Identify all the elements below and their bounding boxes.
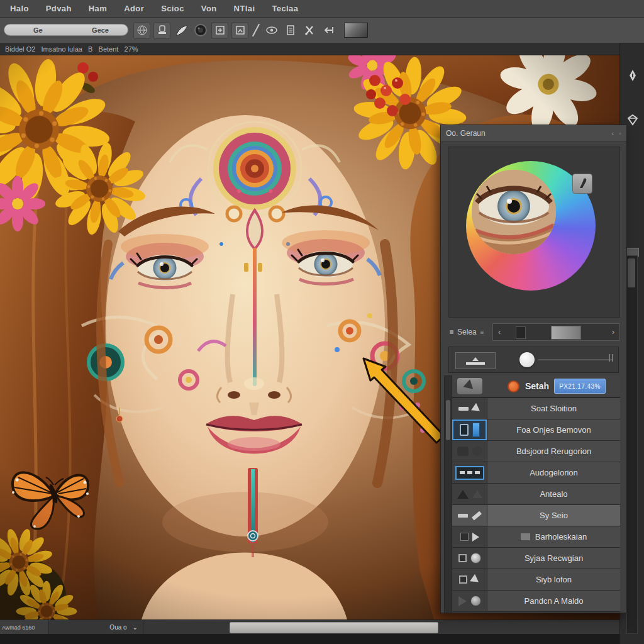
globe-icon[interactable]	[133, 22, 150, 39]
mountain-icon	[472, 490, 482, 498]
pen-icon	[471, 511, 481, 520]
menu-item-3[interactable]: Ador	[124, 4, 144, 13]
row-icon-cell	[452, 398, 487, 419]
menu-item-6[interactable]: NTlai	[234, 4, 255, 13]
row-icon-cell	[452, 441, 487, 462]
wheel-tool-icon[interactable]	[572, 174, 592, 194]
divider-slash	[252, 24, 260, 36]
dash-icon	[458, 407, 469, 411]
blob-icon	[457, 447, 469, 456]
color-wheel-preview	[472, 170, 556, 254]
status-left-text: Awmad 6160	[0, 620, 49, 635]
app-window: Halo Pdvah Ham Ador Scioc Von NTlai Tecl…	[0, 0, 644, 644]
list-item[interactable]: Pandcn A Maldo	[452, 591, 620, 612]
slider-ticks	[609, 354, 613, 362]
row-icon-cell	[452, 569, 487, 590]
tool-preset-field[interactable]: Ge Gece	[4, 24, 128, 36]
list-header-label: Setah	[525, 381, 549, 391]
tool-list: Setah PX21.17.43% Soat Sloition Foa Onje…	[441, 375, 628, 614]
cut-icon[interactable]	[301, 23, 317, 38]
document-icon[interactable]	[282, 23, 298, 38]
outlined-box-icon	[455, 466, 484, 480]
menu-item-4[interactable]: Scioc	[161, 4, 184, 13]
scrub-left-arrow[interactable]: ‹	[498, 327, 501, 336]
list-scrollbar-thumb[interactable]	[446, 400, 450, 440]
list-item[interactable]: Antealo	[452, 484, 620, 505]
status-progress-strip	[230, 622, 438, 633]
list-item[interactable]: Foa Onjes Bemovon	[452, 419, 620, 441]
panel-a-icon[interactable]	[211, 22, 228, 39]
list-scrollbar[interactable]	[444, 375, 452, 613]
list-header-thumb-icon[interactable]	[457, 378, 482, 394]
panel-title: Oo. Geraun	[446, 129, 486, 138]
eye-icon[interactable]	[264, 23, 279, 38]
zoom-control[interactable]: Oua o ⌄	[49, 620, 143, 635]
row-icon-cell	[452, 462, 487, 483]
row-icon-cell-selected	[452, 419, 487, 440]
scrub-light-thumb[interactable]	[551, 326, 581, 340]
list-item-highlighted[interactable]: Sy Seio	[452, 505, 620, 526]
stepper-bar	[466, 362, 485, 365]
pen-icon[interactable]	[625, 68, 640, 83]
chevron-left-icon[interactable]: ‹	[611, 130, 614, 137]
blue-bar-icon	[472, 423, 480, 437]
list-header: Setah PX21.17.43%	[452, 375, 620, 398]
menu-item-0[interactable]: Halo	[10, 4, 29, 13]
menu-item-7[interactable]: Teclaa	[272, 4, 298, 13]
arrow-bar-icon[interactable]	[320, 23, 336, 38]
slider-stepper[interactable]	[455, 352, 496, 369]
slider-track[interactable]	[538, 359, 613, 360]
list-header-badge[interactable]: PX21.17.43%	[554, 379, 606, 394]
list-item[interactable]: Syjaa Recwgian	[452, 548, 620, 569]
color-panel: Oo. Geraun ‹ ◦	[440, 125, 627, 613]
menu-item-2[interactable]: Ham	[89, 4, 107, 13]
tool-options-bar: Ge Gece	[0, 18, 644, 43]
list-item[interactable]: Siyb lofon	[452, 569, 620, 591]
menu-bar: Halo Pdvah Ham Ador Scioc Von NTlai Tecl…	[0, 0, 644, 18]
row-icon-cell	[452, 505, 487, 526]
ball-icon	[470, 596, 481, 606]
dock-scrollbar-thumb[interactable]	[628, 258, 635, 287]
triangle-icon	[458, 596, 467, 606]
brush-icon[interactable]	[174, 23, 189, 38]
bottom-edge	[0, 634, 619, 644]
scrub-control[interactable]: ‹ ›	[492, 323, 620, 341]
zoom-label: Oua o	[109, 624, 126, 631]
orange-dot-icon	[508, 380, 519, 392]
panel-b-icon[interactable]	[231, 22, 248, 39]
gem-icon[interactable]	[625, 112, 640, 127]
play-icon	[472, 533, 479, 541]
slider-knob[interactable]	[519, 352, 535, 367]
dock-scrollbar[interactable]	[626, 255, 638, 634]
toolbar-icons	[133, 22, 368, 38]
lens-icon[interactable]	[192, 23, 208, 38]
row-icon-cell	[452, 591, 487, 611]
mountain-icon	[457, 490, 469, 499]
panel-header[interactable]: Oo. Geraun ‹ ◦	[441, 125, 626, 142]
row-icon-cell	[452, 484, 487, 504]
square-icon	[460, 533, 469, 541]
menu-item-5[interactable]: Von	[201, 4, 217, 13]
list-item[interactable]: Barholeskaian	[452, 526, 620, 548]
scrub-dark-thumb[interactable]	[516, 326, 526, 339]
menu-item-1[interactable]: Pdvah	[46, 4, 72, 13]
slider-row	[448, 347, 619, 373]
object-icon	[460, 424, 469, 436]
field-text-right: Gece	[92, 26, 109, 34]
row-icon-cell	[452, 548, 487, 569]
gradient-swatch[interactable]	[344, 23, 368, 38]
cursor-icon	[470, 574, 481, 585]
list-item[interactable]: Soat Sloition	[452, 398, 620, 419]
document-tab[interactable]: Biddel O2 Imsatno lulaa B Betent 27%	[5, 45, 138, 53]
scrub-row: Selea ≡ ‹ ›	[441, 321, 628, 343]
sphere-icon	[470, 553, 481, 564]
row-icon-cell	[452, 526, 487, 547]
list-item[interactable]: Bdsjoord Rerugorion	[452, 441, 620, 462]
color-wheel-box	[448, 147, 620, 318]
stamp-icon[interactable]	[153, 22, 170, 39]
menu-lines-icon: ≡	[480, 329, 484, 336]
list-item[interactable]: Audogelorion	[452, 462, 620, 484]
scrub-right-arrow[interactable]: ›	[612, 327, 614, 336]
chevron-down-icon[interactable]: ⌄	[133, 624, 138, 631]
panel-menu-icon[interactable]: ◦	[619, 130, 621, 137]
